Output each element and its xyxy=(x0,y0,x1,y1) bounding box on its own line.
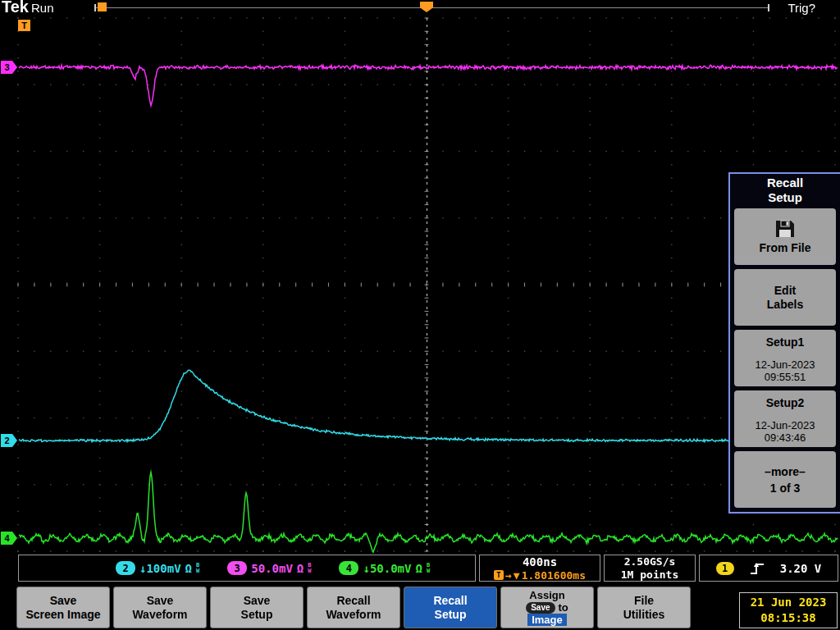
menu-item-more[interactable]: –more– 1 of 3 xyxy=(734,451,836,508)
setup1-time: 09:55:51 xyxy=(756,371,815,383)
button-label: Waveform xyxy=(326,608,381,622)
channel-4-badge[interactable]: 4 xyxy=(339,561,358,575)
bandwidth-limit-indicator: BW xyxy=(427,563,430,574)
button-label: Screen Image xyxy=(25,608,100,622)
channel-3-badge[interactable]: 3 xyxy=(227,561,247,575)
oscilloscope-screen: Tek Run Trig? T 3 2 4 Recall Setup From … xyxy=(0,0,840,630)
trigger-delay-icon: T xyxy=(494,570,504,580)
datetime-display: 21 Jun 2023 08:15:38 xyxy=(739,592,838,628)
menu-title: Recall Setup xyxy=(752,176,818,205)
acquisition-readout: 2.50GS/s 1M points xyxy=(604,555,696,582)
menu-item-label: Setup2 xyxy=(766,396,805,409)
button-label: Setup xyxy=(435,608,467,622)
tek-logo: Tek xyxy=(2,0,29,16)
channel-4-coupling: Ω xyxy=(415,562,422,575)
setup1-date: 12-Jun-2023 xyxy=(756,358,815,371)
channel-2-coupling: Ω xyxy=(185,562,192,575)
expansion-point-marker[interactable] xyxy=(98,2,107,11)
button-label: Recall xyxy=(336,594,370,608)
trigger-delay-readout: T → ▼ 1.801600ms xyxy=(494,569,586,582)
channel-3-scale: 50.0mV xyxy=(251,562,293,575)
record-view-end-bracket xyxy=(768,4,769,11)
trigger-status: Trig? xyxy=(788,1,815,15)
record-length: 1M points xyxy=(621,568,678,581)
button-label: File xyxy=(634,594,654,608)
channel-readouts: 2 ↓100mV Ω BW 3 50.0mV Ω BW 4 ↓50.0mV Ω … xyxy=(18,555,476,582)
channel-2-readout: 2 ↓100mV Ω BW xyxy=(116,561,199,575)
setup2-time: 09:43:46 xyxy=(756,431,815,444)
save-screen-image-button[interactable]: Save Screen Image xyxy=(16,587,110,628)
setup2-date: 12-Jun-2023 xyxy=(756,419,815,431)
trigger-delay-value: 1.801600ms xyxy=(522,569,586,582)
file-utilities-button[interactable]: File Utilities xyxy=(597,587,691,628)
channel-4-scale: ↓50.0mV xyxy=(363,562,411,575)
bandwidth-limit-indicator: BW xyxy=(308,563,311,574)
button-label: Assign xyxy=(529,589,564,601)
record-view-start-bracket xyxy=(94,4,96,11)
assign-save-to-image-button[interactable]: Assign Save to Image xyxy=(500,587,594,628)
sample-rate: 2.50GS/s xyxy=(624,555,676,568)
menu-item-label: Edit Labels xyxy=(761,284,809,312)
channel-2-scale: ↓100mV xyxy=(139,562,181,575)
date-value: 21 Jun 2023 xyxy=(751,595,827,610)
menu-item-setup2[interactable]: Setup2 12-Jun-2023 09:43:46 xyxy=(734,390,836,447)
save-waveform-button[interactable]: Save Waveform xyxy=(113,587,207,628)
button-label: Recall xyxy=(433,594,467,608)
rising-edge-icon xyxy=(749,561,765,576)
menu-item-label: From File xyxy=(759,241,810,254)
save-setup-button[interactable]: Save Setup xyxy=(210,587,304,628)
recall-setup-menu: Recall Setup From File Edit Labels Setup… xyxy=(728,172,840,514)
menu-item-label: Setup1 xyxy=(766,336,805,349)
button-label: Save xyxy=(147,594,174,608)
menu-item-from-file[interactable]: From File xyxy=(734,208,836,265)
channel-3-coupling: Ω xyxy=(297,562,304,575)
pointer-icon: ▼ xyxy=(514,569,520,582)
graticule-waveform-display xyxy=(0,0,840,630)
menu-item-edit-labels[interactable]: Edit Labels xyxy=(734,269,836,326)
floppy-disk-icon xyxy=(774,220,796,238)
menu-item-label: –more– xyxy=(765,465,806,478)
save-pill-badge: Save xyxy=(526,602,555,614)
recall-waveform-button[interactable]: Recall Waveform xyxy=(307,587,400,628)
button-label: Waveform xyxy=(132,608,187,622)
bandwidth-limit-indicator: BW xyxy=(196,563,199,574)
channel-2-badge[interactable]: 2 xyxy=(116,561,135,575)
horizontal-readout: 400ns T → ▼ 1.801600ms xyxy=(479,555,600,582)
trigger-source-badge: 1 xyxy=(716,562,734,575)
button-label: Utilities xyxy=(623,608,665,622)
trigger-readout: 1 3.20 V xyxy=(699,555,838,582)
button-label: to xyxy=(559,601,568,614)
button-label: Setup xyxy=(241,608,273,622)
channel-4-readout: 4 ↓50.0mV Ω BW xyxy=(339,561,430,575)
acquisition-status: Run xyxy=(31,1,54,15)
assign-target-label: Image xyxy=(527,614,567,626)
button-label: Save xyxy=(244,594,271,608)
time-value: 08:15:38 xyxy=(760,610,815,626)
trigger-level-marker[interactable]: T xyxy=(18,20,30,31)
menu-page-indicator: 1 of 3 xyxy=(770,482,801,495)
menu-item-setup1[interactable]: Setup1 12-Jun-2023 09:55:51 xyxy=(734,330,836,386)
button-label: Save xyxy=(50,594,77,608)
trigger-level: 3.20 V xyxy=(780,562,822,575)
arrow-icon: → xyxy=(505,569,512,582)
channel-3-readout: 3 50.0mV Ω BW xyxy=(227,561,311,575)
recall-setup-button[interactable]: Recall Setup xyxy=(404,587,497,628)
horizontal-scale: 400ns xyxy=(523,555,557,568)
